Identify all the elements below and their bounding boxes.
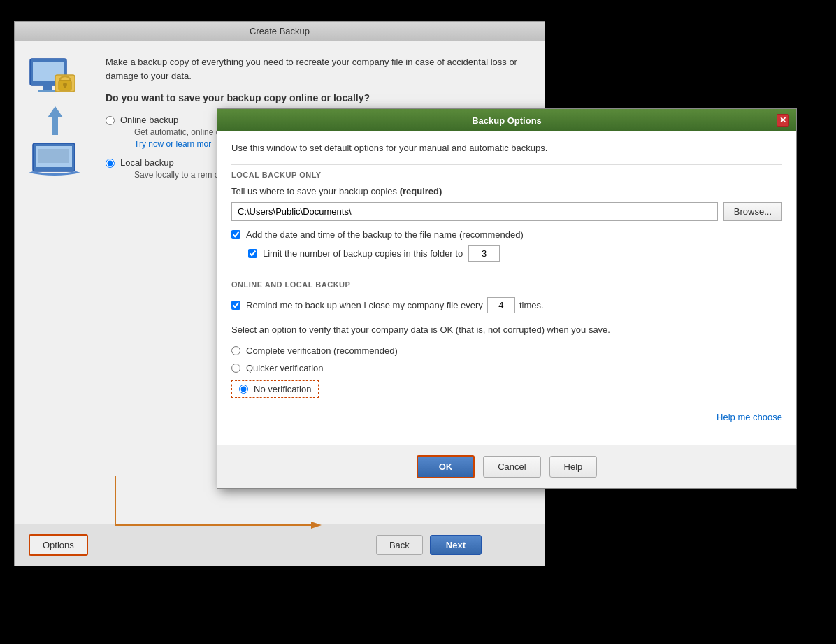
- remind-label: Remind me to back up when I close my com…: [246, 300, 483, 310]
- quicker-verify-radio[interactable]: [231, 364, 240, 373]
- add-date-checkbox[interactable]: [231, 230, 240, 239]
- quicker-verify-label: Quicker verification: [246, 363, 324, 373]
- add-date-label: Add the date and time of the backup to t…: [246, 229, 524, 240]
- add-date-checkbox-row: Add the date and time of the backup to t…: [231, 229, 782, 240]
- ok-button[interactable]: OK: [417, 455, 475, 478]
- backup-path-input[interactable]: [231, 202, 718, 221]
- remind-checkbox[interactable]: [231, 301, 240, 310]
- section-divider: [231, 273, 782, 273]
- online-local-section: ONLINE AND LOCAL BACKUP Remind me to bac…: [231, 280, 782, 422]
- no-verify-label: No verification: [254, 384, 311, 394]
- local-section-header: LOCAL BACKUP ONLY: [231, 164, 782, 179]
- modal-title: Backup Options: [472, 115, 542, 126]
- limit-copies-checkbox[interactable]: [248, 249, 257, 258]
- backup-options-modal: Backup Options ✕ Use this window to set …: [217, 108, 797, 489]
- complete-verify-radio[interactable]: [231, 346, 240, 355]
- times-suffix: times.: [519, 300, 544, 310]
- modal-titlebar: Backup Options ✕: [217, 109, 796, 131]
- quicker-verification-row[interactable]: Quicker verification: [231, 363, 782, 373]
- limit-checkbox-row: Limit the number of backup copies in thi…: [248, 245, 782, 262]
- cancel-button[interactable]: Cancel: [483, 456, 540, 478]
- help-button[interactable]: Help: [549, 456, 598, 478]
- no-verify-radio[interactable]: [239, 385, 248, 394]
- verify-description: Select an option to verify that your com…: [231, 323, 782, 337]
- modal-overlay: Backup Options ✕ Use this window to set …: [0, 0, 836, 644]
- modal-footer: OK Cancel Help: [217, 445, 796, 488]
- limit-copies-input[interactable]: [468, 245, 500, 262]
- no-verification-row[interactable]: No verification: [231, 380, 782, 405]
- local-backup-section: LOCAL BACKUP ONLY Tell us where to save …: [231, 164, 782, 262]
- local-field-label: Tell us where to save your backup copies…: [231, 186, 782, 196]
- remind-times-input[interactable]: [487, 297, 515, 313]
- path-row: Browse...: [231, 202, 782, 221]
- modal-body: Use this window to set default options f…: [217, 131, 796, 445]
- online-section-header: ONLINE AND LOCAL BACKUP: [231, 280, 782, 289]
- modal-close-button[interactable]: ✕: [777, 114, 789, 127]
- complete-verification-row[interactable]: Complete verification (recommended): [231, 345, 782, 356]
- limit-copies-label: Limit the number of backup copies in thi…: [263, 248, 463, 259]
- complete-verify-label: Complete verification (recommended): [246, 345, 398, 356]
- browse-button[interactable]: Browse...: [723, 202, 782, 221]
- no-verify-bordered: No verification: [231, 380, 319, 398]
- remind-row: Remind me to back up when I close my com…: [231, 297, 782, 313]
- modal-intro-text: Use this window to set default options f…: [231, 143, 782, 153]
- help-me-choose-link[interactable]: Help me choose: [716, 412, 782, 422]
- help-me-choose-row: Help me choose: [231, 412, 782, 422]
